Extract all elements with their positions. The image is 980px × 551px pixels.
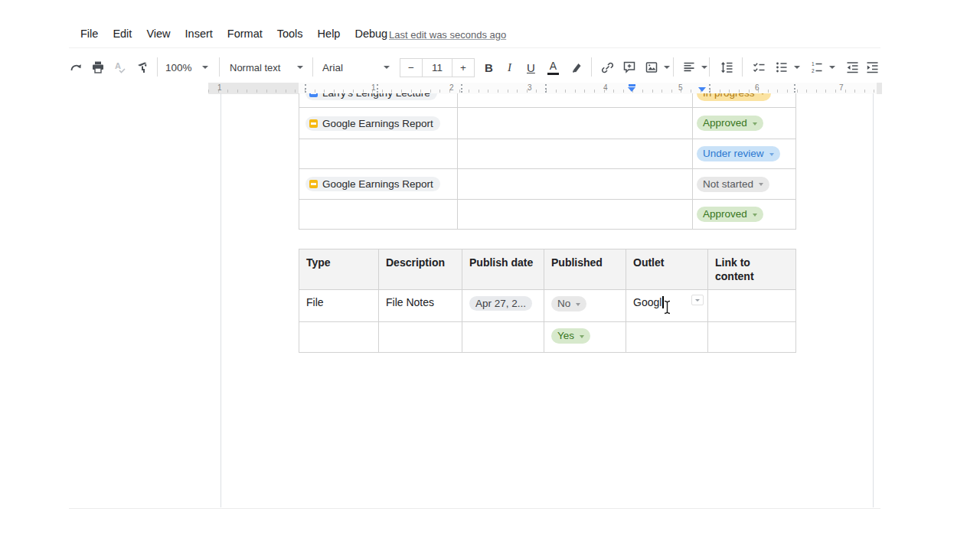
table-cell[interactable]: Google Earnings Report [299,169,458,199]
menu-format[interactable]: Format [227,28,263,40]
checklist-button[interactable] [752,58,766,77]
table-cell[interactable] [458,139,693,168]
published-badge[interactable]: Yes [551,328,590,344]
decrease-indent-icon [845,60,860,75]
svg-text:1: 1 [812,61,815,67]
column-header[interactable]: Published [544,249,626,290]
insert-link-button[interactable] [600,58,615,77]
spellcheck-icon: A [113,60,127,74]
table-cell[interactable] [708,322,795,352]
table-row: Google Earnings Report Not started [299,169,795,200]
column-header[interactable]: Outlet [626,249,708,290]
align-button[interactable] [682,58,707,77]
status-badge[interactable]: Approved [697,116,763,131]
doc-chip[interactable]: Google Earnings Report [305,116,440,131]
bulleted-list-button[interactable] [775,58,800,77]
menu-insert[interactable]: Insert [185,28,213,40]
highlight-color-button[interactable] [570,58,583,77]
menu-separator [69,47,880,48]
paint-format-button[interactable] [136,58,149,77]
dropdown-arrow-icon [576,303,580,306]
menu-tools[interactable]: Tools [277,28,303,40]
menu-help[interactable]: Help [318,28,341,40]
comment-icon [622,60,636,74]
table-cell[interactable] [299,200,458,229]
table-cell[interactable] [458,108,693,139]
table-cell[interactable] [626,322,708,352]
table-cell[interactable]: No [544,290,626,322]
ruler-column-marker[interactable] [545,84,547,93]
left-indent-marker[interactable] [628,87,635,92]
ruler-column-marker[interactable] [461,84,462,93]
spellcheck-button[interactable]: A [113,58,127,77]
doc-chip[interactable]: Larry's Lengthy Lecture [305,93,437,100]
page-left-edge [220,93,221,507]
ruler-number: 6 [755,83,760,92]
table-cell[interactable] [458,93,693,107]
ruler-column-marker[interactable] [377,84,378,93]
table-cell[interactable] [299,322,379,352]
zoom-select[interactable]: 100% [165,58,208,77]
table-cell[interactable]: Apr 27, 2... [462,290,544,322]
insert-image-button[interactable] [645,58,670,77]
table-cell[interactable]: File Notes [379,290,462,322]
table-cell[interactable] [458,200,693,229]
line-spacing-icon [720,60,734,75]
add-comment-button[interactable] [622,58,636,77]
table-cell[interactable]: Yes [544,322,626,352]
print-button[interactable] [91,58,105,77]
status-badge[interactable]: Under review [697,146,780,161]
menu-file[interactable]: File [80,28,98,40]
ruler-column-marker[interactable] [794,84,795,93]
table-cell[interactable] [379,322,462,352]
decrease-indent-button[interactable] [845,58,860,77]
text-color-button[interactable]: A [547,58,559,77]
table-cell[interactable]: Not started [693,169,795,199]
font-family-select[interactable]: Arial [322,58,390,77]
published-badge[interactable]: No [551,296,586,311]
column-header[interactable]: Link to content [708,249,795,290]
doc-chip[interactable]: Google Earnings Report [305,177,440,191]
table-cell[interactable]: In progress [693,93,795,107]
menu-edit[interactable]: Edit [113,28,132,40]
font-size-decrease-button[interactable]: − [400,58,423,77]
column-header[interactable]: Publish date [462,249,544,290]
increase-indent-button[interactable] [865,58,880,77]
date-chip[interactable]: Apr 27, 2... [469,296,532,311]
font-size-value[interactable]: 11 [422,58,452,77]
line-spacing-button[interactable] [720,58,734,77]
ruler-number: 3 [528,83,532,92]
table-cell[interactable]: Larry's Lengthy Lecture [299,93,458,107]
status-badge[interactable]: Not started [697,177,769,192]
right-indent-marker[interactable] [698,87,706,92]
menu-debug[interactable]: Debug [354,28,387,40]
ruler-column-marker[interactable] [305,84,306,93]
table-cell[interactable]: Approved [693,200,795,229]
column-header[interactable]: Type [299,249,379,290]
numbered-list-button[interactable]: 12 [810,58,835,77]
menu-view[interactable]: View [146,28,170,40]
print-icon [91,60,105,74]
font-size-increase-button[interactable]: + [452,58,475,77]
redo-button[interactable] [69,58,84,77]
underline-button[interactable]: U [527,58,535,77]
column-header[interactable]: Description [379,249,462,290]
italic-button[interactable]: I [508,58,511,77]
table-cell[interactable]: File [299,290,379,322]
bold-button[interactable]: B [485,58,493,77]
first-line-indent-marker[interactable] [629,84,635,86]
status-badge[interactable]: Approved [697,207,763,222]
table-cell[interactable]: Google Earnings Report [299,108,458,139]
status-badge[interactable]: In progress [697,93,771,101]
chevron-down-icon [829,66,835,69]
last-edit-status[interactable]: Last edit was seconds ago [389,29,506,41]
paragraph-style-select[interactable]: Normal text [230,58,303,77]
table-cell[interactable] [462,322,544,352]
table-cell[interactable] [458,169,693,199]
table-cell[interactable]: Approved [693,108,795,139]
table-cell[interactable]: Under review [693,139,795,168]
table-cell[interactable] [299,139,458,168]
table-cell[interactable] [708,290,795,322]
cell-dropdown-button[interactable] [691,295,704,305]
ruler-column-marker[interactable] [709,84,710,93]
